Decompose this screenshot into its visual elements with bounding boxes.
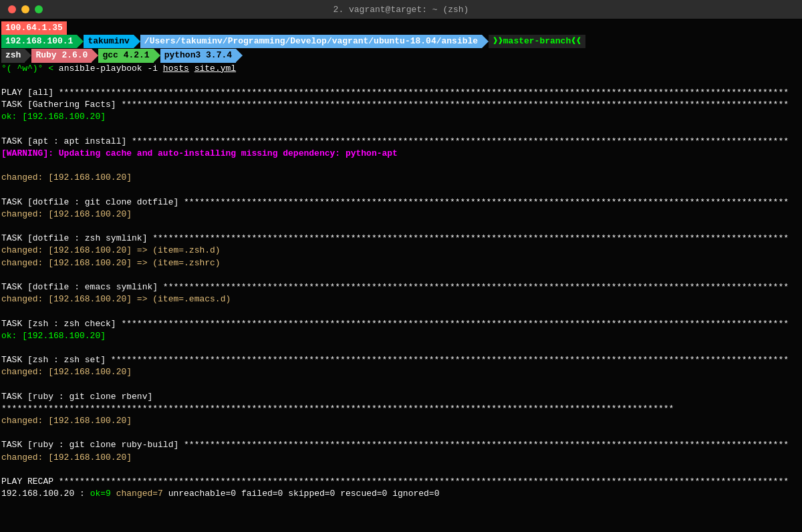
python-arrow xyxy=(236,49,243,62)
close-button[interactable] xyxy=(8,5,16,13)
blank-3 xyxy=(0,160,802,172)
path-badge: /Users/takuminv/Programming/Develop/vagr… xyxy=(140,35,482,48)
gcc-badge: gcc 4.2.1 xyxy=(98,49,153,62)
recap-unreachable: unreachable=0 xyxy=(168,489,236,499)
warning-line: [WARNING]: Updating cache and auto-insta… xyxy=(0,148,802,160)
recap-skipped: skipped=0 xyxy=(288,489,335,499)
blank-11 xyxy=(0,464,802,476)
prompt-line-2: 192.168.100.1 takuminv /Users/takuminv/P… xyxy=(0,35,802,48)
zsh-arrow xyxy=(25,49,31,62)
task-ruby-build-line: TASK [ruby : git clone ruby-build] *****… xyxy=(0,439,802,451)
task-dotfile-emacs-line: TASK [dotfile : emacs symlink] *********… xyxy=(0,281,802,293)
blank-7 xyxy=(0,305,802,317)
blank-1 xyxy=(0,75,802,87)
changed-ruby-build-line: changed: [192.168.100.20] xyxy=(0,452,802,464)
task-ruby-rbenv-line: TASK [ruby : git clone rbenv] **********… xyxy=(0,391,802,415)
python-badge: python3 3.7.4 xyxy=(160,49,236,62)
changed-zsh1-line: changed: [192.168.100.20] => (item=.zsh.… xyxy=(0,245,802,257)
task-zsh-check-line: TASK [zsh : zsh check] *****************… xyxy=(0,318,802,330)
recap-header-line: PLAY RECAP *****************************… xyxy=(0,476,802,488)
terminal-window: 2. vagrant@target: ~ (zsh) 100.64.1.35 1… xyxy=(0,0,802,532)
changed-zsh2-line: changed: [192.168.100.20] => (item=.zshr… xyxy=(0,257,802,269)
user-arrow xyxy=(134,35,140,48)
blank-2 xyxy=(0,124,802,136)
tools-line: zsh Ruby 2.6.0 gcc 4.2.1 python3 3.7.4 xyxy=(0,49,802,62)
blank-8 xyxy=(0,342,802,354)
minimize-button[interactable] xyxy=(21,5,29,13)
task-zsh-set-line: TASK [zsh : zsh set] *******************… xyxy=(0,354,802,366)
terminal-content[interactable]: 100.64.1.35 192.168.100.1 takuminv /User… xyxy=(0,19,802,532)
task-dotfile-zsh-line: TASK [dotfile : zsh symlink] ***********… xyxy=(0,233,802,245)
ip1-line: 100.64.1.35 xyxy=(0,21,802,35)
path-arrow xyxy=(482,35,489,48)
task-apt-line: TASK [apt : apt install] ***************… xyxy=(0,136,802,148)
recap-ip: 192.168.100.20 xyxy=(1,489,74,499)
traffic-lights xyxy=(8,5,43,13)
blank-9 xyxy=(0,378,802,390)
gcc-arrow xyxy=(154,49,160,62)
hosts-link: hosts xyxy=(163,63,189,74)
play-all-line: PLAY [all] *****************************… xyxy=(0,87,802,99)
site-link: site.yml xyxy=(194,63,236,74)
recap-ignored: ignored=0 xyxy=(392,489,439,499)
changed-apt-line: changed: [192.168.100.20] xyxy=(0,172,802,184)
maximize-button[interactable] xyxy=(35,5,43,13)
user-badge: takuminv xyxy=(84,35,133,48)
blank-10 xyxy=(0,427,802,439)
changed-zsh-set-line: changed: [192.168.100.20] xyxy=(0,366,802,378)
recap-colon: : xyxy=(80,489,90,499)
blank-4 xyxy=(0,184,802,196)
changed-emacs-line: changed: [192.168.100.20] => (item=.emac… xyxy=(0,293,802,305)
shell-prompt: °( ^w^)° < xyxy=(1,63,53,74)
ip1-badge: 100.64.1.35 xyxy=(1,21,67,35)
branch-badge: ❱❱master-branch❰❰ xyxy=(489,35,585,48)
blank-5 xyxy=(0,221,802,233)
command-line: °( ^w^)° < ansible-playbook -i hosts sit… xyxy=(0,63,802,75)
task-dotfile-clone-line: TASK [dotfile : git clone dotfile] *****… xyxy=(0,196,802,209)
ok-zsh-line: ok: [192.168.100.20] xyxy=(0,330,802,342)
recap-failed: failed=0 xyxy=(241,489,283,499)
zsh-badge: zsh xyxy=(1,49,25,62)
ip2-badge: 192.168.100.1 xyxy=(1,35,77,48)
recap-ok: ok=9 xyxy=(90,489,111,499)
task-facts-line: TASK [Gathering Facts] *****************… xyxy=(0,99,802,111)
ruby-arrow xyxy=(92,49,98,62)
recap-rescued: rescued=0 xyxy=(340,489,387,499)
window-title: 2. vagrant@target: ~ (zsh) xyxy=(333,5,469,15)
ok-facts-line: ok: [192.168.100.20] xyxy=(0,111,802,123)
blank-6 xyxy=(0,269,802,281)
titlebar: 2. vagrant@target: ~ (zsh) xyxy=(0,0,802,19)
ip2-arrow xyxy=(77,35,84,48)
recap-changed: changed=7 xyxy=(116,489,163,499)
changed-ruby-rbenv-line: changed: [192.168.100.20] xyxy=(0,415,802,427)
ruby-badge: Ruby 2.6.0 xyxy=(31,49,92,62)
changed-dotfile-clone-line: changed: [192.168.100.20] xyxy=(0,209,802,221)
recap-stats-line: 192.168.100.20 : ok=9 changed=7 unreacha… xyxy=(0,488,802,500)
